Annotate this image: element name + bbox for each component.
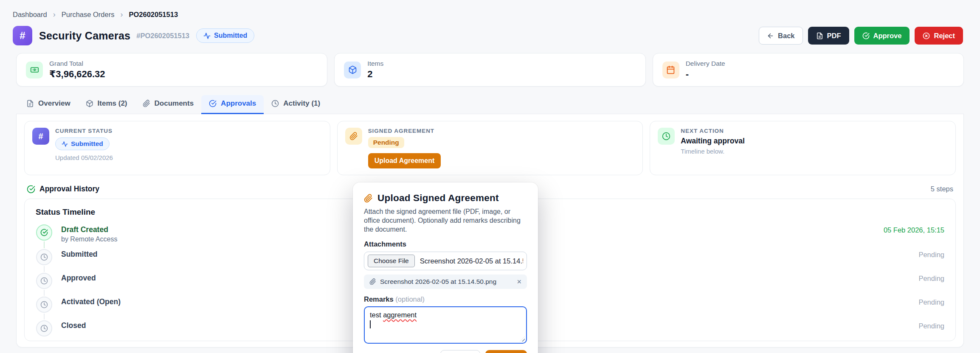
misspelled-word: aggrement xyxy=(383,311,417,319)
activity-icon xyxy=(203,32,211,39)
chevron-right-icon: › xyxy=(120,10,123,19)
page-title: Security Cameras xyxy=(39,30,130,42)
timeline-step-title: Closed xyxy=(61,321,86,330)
approve-button[interactable]: Approve xyxy=(854,27,910,45)
timeline-step-status: Pending xyxy=(918,320,944,336)
clock-icon xyxy=(36,273,52,289)
remarks-label: Remarks (optional) xyxy=(364,295,527,303)
file-input-value: Screenshot 2026-02-05 at 15.14.50 xyxy=(420,257,523,265)
timeline-step-title: Submitted xyxy=(61,250,98,259)
check-circle-icon xyxy=(209,100,217,107)
modal-title: Upload Signed Agreement xyxy=(377,193,499,204)
clock-icon xyxy=(658,128,675,145)
timeline-connector xyxy=(44,314,45,319)
package-icon xyxy=(86,100,93,107)
timeline-step-status: Pending xyxy=(918,297,944,320)
approval-history-title: Approval History xyxy=(39,185,99,193)
reject-button[interactable]: Reject xyxy=(915,27,963,45)
back-button[interactable]: Back xyxy=(759,27,803,45)
timeline-connector xyxy=(44,266,45,272)
pdf-button[interactable]: PDF xyxy=(808,27,849,45)
tab-bar: Overview Items (2) Documents Approvals A… xyxy=(16,95,964,114)
clock-icon xyxy=(36,297,52,313)
timeline-step-status: Pending xyxy=(918,249,944,273)
paperclip-icon xyxy=(345,128,362,145)
stat-value: 2 xyxy=(367,69,383,80)
timeline-step-title: Approved xyxy=(61,274,96,283)
timeline-step-title: Draft Created xyxy=(61,225,118,234)
stat-label: Grand Total xyxy=(49,60,105,67)
current-status-card: # CURRENT STATUS Submitted Updated 05/02… xyxy=(24,121,330,175)
arrow-left-icon xyxy=(767,32,774,39)
text-caret xyxy=(370,320,371,328)
x-circle-icon xyxy=(923,32,930,39)
attached-file-name: Screenshot 2026-02-05 at 15.14.50.png xyxy=(380,278,496,286)
timeline-connector xyxy=(44,290,45,296)
activity-icon xyxy=(62,141,68,147)
delivery-date-card: Delivery Date - xyxy=(653,53,964,87)
tab-overview[interactable]: Overview xyxy=(19,95,78,114)
timeline-connector xyxy=(44,241,45,248)
next-action-note: Timeline below. xyxy=(681,148,744,155)
breadcrumb-item[interactable]: Dashboard xyxy=(13,11,47,19)
modal-description: Attach the signed agreement file (PDF, i… xyxy=(364,207,527,234)
next-action-label: NEXT ACTION xyxy=(681,128,744,134)
choose-file-button[interactable]: Choose File xyxy=(368,255,415,267)
steps-count: 5 steps xyxy=(931,185,953,193)
po-hash-icon: # xyxy=(13,26,32,45)
chevron-right-icon: › xyxy=(53,10,56,19)
status-cards-row: # CURRENT STATUS Submitted Updated 05/02… xyxy=(24,121,956,175)
page-header: # Security Cameras #PO2602051513 Submitt… xyxy=(13,26,963,45)
cancel-button[interactable]: Cancel xyxy=(440,350,480,353)
paperclip-icon xyxy=(143,100,150,107)
signed-agreement-label: SIGNED AGREEMENT xyxy=(368,128,441,134)
check-circle-icon xyxy=(27,185,35,193)
header-actions: Back PDF Approve Reject xyxy=(759,27,963,45)
resize-handle-icon[interactable] xyxy=(520,336,525,342)
po-number: #PO2602051513 xyxy=(136,32,189,40)
current-status-label: CURRENT STATUS xyxy=(55,128,113,134)
next-action-value: Awaiting approval xyxy=(681,137,744,146)
breadcrumb: Dashboard›Purchase Orders›PO2602051513 xyxy=(13,10,963,19)
grand-total-card: Grand Total ₹3,96,626.32 xyxy=(16,53,327,87)
next-action-card: NEXT ACTION Awaiting approval Timeline b… xyxy=(650,121,956,175)
file-text-icon xyxy=(816,32,823,39)
file-input[interactable]: Choose File Screenshot 2026-02-05 at 15.… xyxy=(364,252,527,270)
timeline-step-title: Activated (Open) xyxy=(61,297,121,306)
stat-value: ₹3,96,626.32 xyxy=(49,69,105,80)
check-circle-icon xyxy=(862,32,870,39)
stat-label: Delivery Date xyxy=(686,60,725,67)
remove-file-icon[interactable]: × xyxy=(517,278,521,286)
calendar-icon xyxy=(662,62,679,78)
clock-icon xyxy=(36,249,52,265)
paperclip-icon xyxy=(364,194,373,203)
tab-activity[interactable]: Activity (1) xyxy=(264,95,328,114)
upload-button[interactable]: Upload xyxy=(485,350,527,353)
remarks-text: test aggrement xyxy=(370,311,521,319)
paperclip-icon xyxy=(369,278,376,285)
banknote-icon xyxy=(26,62,43,78)
status-badge: Submitted xyxy=(196,28,254,43)
stats-row: Grand Total ₹3,96,626.32 Items 2 Deliver… xyxy=(16,53,964,87)
signed-agreement-card: SIGNED AGREEMENT Pending Upload Agreemen… xyxy=(337,121,643,175)
tab-items[interactable]: Items (2) xyxy=(78,95,135,114)
remarks-textarea[interactable]: test aggrement xyxy=(364,306,527,344)
tab-documents[interactable]: Documents xyxy=(135,95,202,114)
breadcrumb-item[interactable]: Purchase Orders xyxy=(62,11,115,19)
upload-agreement-button[interactable]: Upload Agreement xyxy=(368,153,441,168)
attachments-label: Attachments xyxy=(364,240,527,248)
timeline-step-subtitle: by Remote Access xyxy=(61,235,118,243)
tab-approvals[interactable]: Approvals xyxy=(201,95,264,114)
agreement-pending-badge: Pending xyxy=(368,137,404,148)
clock-icon xyxy=(271,100,279,107)
stat-value: - xyxy=(686,69,725,80)
timeline-step-status: Pending xyxy=(918,273,944,297)
stat-label: Items xyxy=(367,60,383,67)
package-icon xyxy=(344,62,361,78)
attached-file-chip: Screenshot 2026-02-05 at 15.14.50.png × xyxy=(364,275,527,289)
current-status-badge: Submitted xyxy=(55,137,110,150)
status-updated-text: Updated 05/02/2026 xyxy=(55,154,113,161)
timeline-step-timestamp: 05 Feb 2026, 15:15 xyxy=(884,224,944,249)
breadcrumb-item[interactable]: PO2602051513 xyxy=(129,11,178,19)
remarks-optional-label: (optional) xyxy=(395,295,425,303)
